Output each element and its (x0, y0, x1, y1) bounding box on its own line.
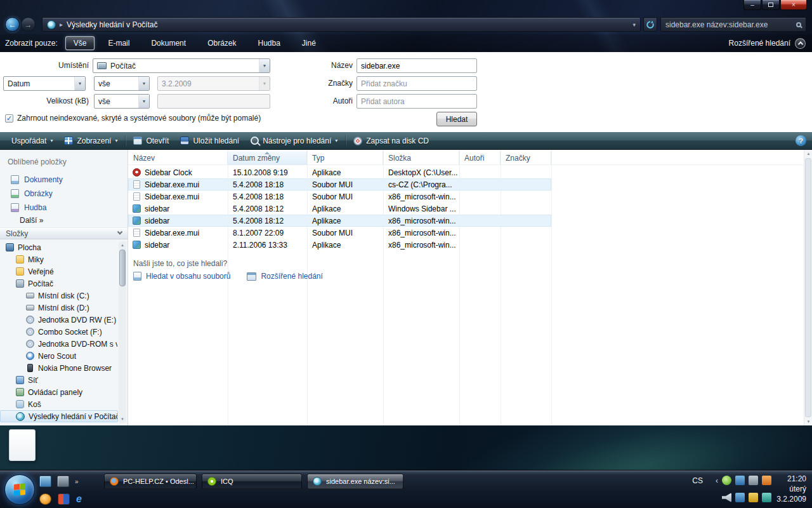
tree-item-nokia-phone-browser[interactable]: Nokia Phone Browser (0, 362, 118, 374)
file-row[interactable]: sidebar 5.4.2008 18:12 Aplikace x86_micr… (128, 215, 551, 227)
column-header-znacky[interactable]: Značky (501, 151, 551, 165)
window-switcher-icon[interactable] (57, 476, 69, 487)
file-row[interactable]: sidebar 5.4.2008 18:12 Aplikace Windows … (128, 203, 551, 215)
magnifier-icon[interactable] (796, 22, 801, 27)
tree-item-plocha[interactable]: Plocha (0, 241, 118, 253)
file-row[interactable]: Sidebar.exe.mui 5.4.2008 18:18 Soubor MU… (128, 178, 551, 190)
file-row[interactable]: sidebar 2.11.2006 13:33 Aplikace x86_mic… (128, 239, 551, 251)
filter-tab-email[interactable]: E-mail (100, 36, 138, 50)
tray-icon[interactable] (735, 476, 745, 485)
taskbar-button-browser[interactable]: PC-HELP.CZ • Odesl... (104, 474, 197, 489)
internet-explorer-icon[interactable]: e (76, 493, 82, 505)
scroll-up-icon[interactable]: ▲ (119, 241, 126, 249)
favorite-obrazky[interactable]: Obrázky (0, 187, 118, 200)
tray-icon[interactable] (722, 476, 731, 485)
search-box[interactable]: sidebar.exe název:sidebar.exe (660, 17, 806, 32)
search-tools-button[interactable]: Nástroje pro hledání ▾ (245, 135, 343, 147)
location-dropdown[interactable]: Počítač ▾ (93, 58, 270, 73)
media-player-icon[interactable] (58, 493, 70, 505)
tray-icon[interactable] (749, 476, 758, 485)
save-search-button[interactable]: Uložit hledání (174, 135, 245, 147)
tree-item-kos[interactable]: Koš (0, 398, 118, 410)
dropdown-arrow-icon[interactable]: ▾ (74, 77, 85, 90)
tree-item-vysledky-hledani[interactable]: Výsledky hledání v Počítač▾ (0, 410, 118, 422)
forward-button[interactable]: → (21, 17, 36, 32)
column-header-slozka[interactable]: Složka (383, 151, 459, 165)
quick-launch-overflow-icon[interactable]: » (75, 478, 79, 485)
dropdown-arrow-icon[interactable]: ▾ (259, 59, 270, 72)
collapse-button[interactable] (795, 38, 806, 49)
tree-item-ovladaci-panely[interactable]: Ovládací panely (0, 386, 118, 398)
file-row[interactable]: Sidebar.exe.mui 8.1.2007 22:09 Soubor MU… (128, 227, 551, 239)
tree-item-dvd-rw-e[interactable]: Jednotka DVD RW (E:) (0, 314, 118, 326)
show-desktop-icon[interactable] (39, 476, 51, 487)
maximize-button[interactable] (762, 0, 780, 10)
column-header-autori[interactable]: Autoři (459, 151, 501, 165)
desktop-document-icon[interactable] (9, 429, 36, 461)
tree-item-disk-d[interactable]: Místní disk (D:) (0, 302, 118, 314)
date-operator-dropdown[interactable]: vše ▾ (94, 76, 150, 91)
filter-tab-jine[interactable]: Jiné (294, 36, 324, 50)
tree-scrollbar[interactable]: ▲ ▼ (119, 241, 126, 423)
messenger-icon[interactable] (39, 493, 51, 505)
favorite-dokumenty[interactable]: Dokumenty (0, 173, 118, 186)
refresh-button[interactable] (643, 17, 657, 32)
start-button[interactable] (4, 474, 35, 505)
advanced-search-link[interactable]: Rozšířené hledání (247, 272, 322, 281)
tree-item-miky[interactable]: Miky (0, 253, 118, 265)
authors-input[interactable] (357, 94, 477, 109)
favorite-hudba[interactable]: Hudba (0, 201, 118, 214)
folders-band[interactable]: Složky (0, 227, 128, 239)
volume-icon[interactable] (722, 493, 731, 502)
help-button[interactable]: ? (796, 135, 806, 146)
scrollbar-thumb[interactable] (805, 158, 811, 417)
language-indicator[interactable]: CS (692, 476, 703, 485)
tree-item-nero-scout[interactable]: Nero Scout (0, 350, 118, 362)
back-button[interactable]: ← (5, 17, 20, 32)
search-button[interactable]: Hledat (436, 112, 477, 126)
list-scrollbar[interactable]: ▲ ▼ (804, 150, 812, 425)
taskbar-button-search-window[interactable]: sidebar.exe název:si... (307, 474, 403, 489)
column-header-datum-zmeny[interactable]: Datum změny (228, 151, 307, 165)
tags-input[interactable] (357, 76, 477, 91)
filter-tab-dokument[interactable]: Dokument (143, 36, 194, 50)
scroll-down-icon[interactable]: ▼ (119, 415, 126, 423)
tree-item-combo-socket-f[interactable]: Combo Socket (F:) (0, 326, 118, 338)
file-row[interactable]: Sidebar Clock 15.10.2008 9:19 Aplikace D… (128, 166, 551, 178)
tree-item-sit[interactable]: Síť (0, 374, 118, 386)
breadcrumb-dropdown-icon[interactable]: ▾ (632, 22, 636, 28)
burn-button[interactable]: Zapsat na disk CD (348, 135, 435, 147)
tree-item-verejne[interactable]: Veřejné (0, 265, 118, 277)
tray-icon[interactable] (762, 476, 771, 485)
name-input[interactable] (357, 58, 477, 73)
search-file-contents-link[interactable]: Hledat v obsahu souborů (133, 272, 230, 281)
close-button[interactable]: × (780, 0, 807, 10)
include-unindexed-checkbox[interactable]: ✓ (5, 114, 13, 123)
scrollbar-thumb[interactable] (119, 250, 126, 286)
scroll-up-icon[interactable]: ▲ (804, 150, 812, 157)
tray-icon[interactable] (762, 493, 771, 502)
advanced-search-toggle[interactable]: Rozšířené hledání (729, 38, 807, 49)
date-field-dropdown[interactable]: Datum ▾ (3, 76, 86, 91)
views-button[interactable]: Zobrazení ▾ (58, 135, 123, 147)
open-button[interactable]: Otevřít (128, 135, 174, 147)
taskbar-clock[interactable]: 21:20 úterý 3.2.2009 (776, 474, 806, 504)
taskbar-button-icq[interactable]: ICQ (202, 474, 302, 489)
dropdown-arrow-icon[interactable]: ▾ (138, 95, 149, 108)
tree-item-dvd-rom[interactable]: Jednotka DVD-ROM s vys... (0, 338, 118, 350)
file-row[interactable]: Sidebar.exe.mui 5.4.2008 18:18 Soubor MU… (128, 190, 551, 203)
size-operator-dropdown[interactable]: vše ▾ (94, 94, 150, 109)
tree-item-disk-c[interactable]: Místní disk (C:) (0, 290, 118, 302)
filter-tab-hudba[interactable]: Hudba (249, 36, 288, 50)
desktop[interactable] (0, 425, 812, 470)
tray-icon[interactable] (735, 493, 745, 502)
tray-collapse-icon[interactable]: ‹ (716, 476, 718, 485)
favorites-more-link[interactable]: Další » (20, 216, 43, 225)
column-header-typ[interactable]: Typ (307, 151, 383, 165)
tree-item-pocitac[interactable]: Počítač (0, 277, 118, 290)
organize-button[interactable]: Uspořádat ▾ (6, 135, 58, 147)
filter-tab-vse[interactable]: Vše (65, 36, 95, 50)
minimize-button[interactable]: – (743, 0, 761, 10)
breadcrumb[interactable]: ▸ Výsledky hledání v Počítač ▾ (42, 17, 641, 32)
scroll-down-icon[interactable]: ▼ (804, 418, 812, 425)
